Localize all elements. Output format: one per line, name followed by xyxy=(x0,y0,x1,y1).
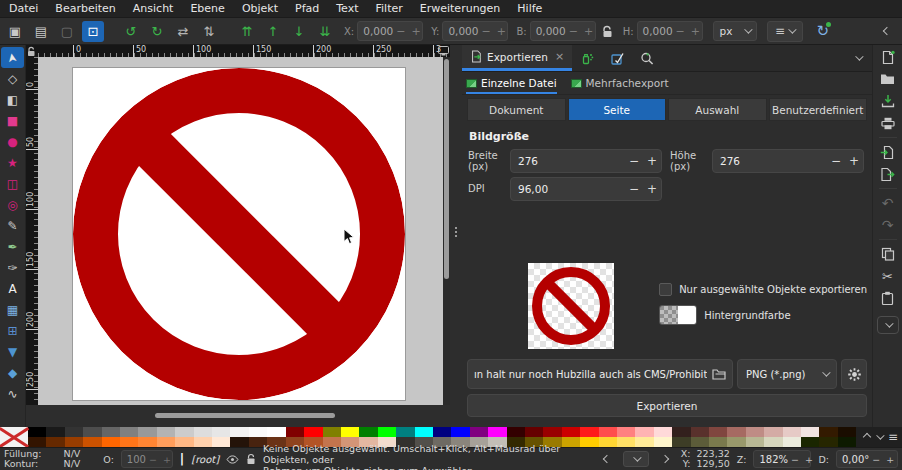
tab-einzelne-datei[interactable]: Einzelne Datei xyxy=(466,72,557,94)
palette-swatch[interactable] xyxy=(672,427,690,437)
palette-swatch[interactable] xyxy=(212,437,230,447)
palette-swatch[interactable] xyxy=(635,427,653,437)
palette-swatch[interactable] xyxy=(120,437,138,447)
select-all-icon[interactable]: ▣ xyxy=(4,21,26,42)
palette-swatch[interactable] xyxy=(709,427,727,437)
layer-visibility-icon[interactable] xyxy=(226,455,239,464)
x-field[interactable]: 0,000 − + xyxy=(357,21,423,41)
menu-ansicht[interactable]: Ansicht xyxy=(133,2,174,15)
rotation-minus-button[interactable]: − xyxy=(869,454,883,465)
palette-swatch[interactable] xyxy=(415,427,433,437)
palette-swatch[interactable] xyxy=(819,427,837,437)
horizontal-scrollbar-thumb[interactable] xyxy=(155,413,335,418)
toolbar-options-button[interactable]: ≡ xyxy=(767,21,803,42)
palette-swatch[interactable] xyxy=(65,427,83,437)
export-button[interactable]: Exportieren xyxy=(467,394,867,417)
menu-hilfe[interactable]: Hilfe xyxy=(517,2,542,15)
format-select[interactable]: PNG (*.png) xyxy=(737,359,837,389)
print-icon[interactable] xyxy=(878,115,898,131)
palette-swatch[interactable] xyxy=(323,427,341,437)
palette-swatch[interactable] xyxy=(525,427,543,437)
opacity-plus-button[interactable]: + xyxy=(160,454,174,465)
export-icon[interactable] xyxy=(878,166,898,182)
deselect-icon[interactable]: ▢ xyxy=(56,21,78,42)
text-tool[interactable]: A xyxy=(1,278,24,299)
palette-swatch[interactable] xyxy=(65,437,83,447)
width-minus-button[interactable]: − xyxy=(625,154,643,168)
tab-mehrfachexport[interactable]: Mehrfachexport xyxy=(571,72,669,94)
palette-swatch[interactable] xyxy=(617,427,635,437)
next-page-button[interactable] xyxy=(656,451,674,467)
vertical-scrollbar[interactable] xyxy=(443,57,450,405)
vertical-scrollbar-thumb[interactable] xyxy=(444,59,449,279)
canvas-viewport[interactable] xyxy=(38,57,443,405)
palette-swatch[interactable] xyxy=(580,437,598,447)
palette-swatch[interactable] xyxy=(194,437,212,447)
tab-exportieren[interactable]: Exportieren × xyxy=(462,45,572,71)
pencil-tool[interactable]: ✎ xyxy=(1,215,24,236)
palette-swatch[interactable] xyxy=(341,427,359,437)
only-selected-checkbox[interactable] xyxy=(659,283,672,296)
palette-swatch[interactable] xyxy=(249,427,267,437)
close-icon[interactable]: × xyxy=(555,50,564,63)
palette-swatch[interactable] xyxy=(654,427,672,437)
fill-stroke-indicator[interactable]: Füllung: N/V Kontur: N/V xyxy=(4,449,80,470)
palette-swatch[interactable] xyxy=(138,437,156,447)
dialog-menu-chevron[interactable] xyxy=(844,45,872,71)
save-document-icon[interactable] xyxy=(878,93,898,109)
ruler-corner[interactable] xyxy=(26,45,38,57)
palette-swatch[interactable] xyxy=(175,427,193,437)
current-layer-label[interactable]: [root] xyxy=(191,454,219,465)
height-plus-button[interactable]: + xyxy=(845,154,863,168)
selection-bbox-toggle-icon[interactable]: ⊡ xyxy=(82,21,104,42)
palette-swatch[interactable] xyxy=(727,437,745,447)
palette-swatch[interactable] xyxy=(28,427,46,437)
mesh-gradient-tool[interactable]: ⊞ xyxy=(1,320,24,341)
rotate-cw-icon[interactable]: ↻ xyxy=(146,21,168,42)
palette-swatch[interactable] xyxy=(396,427,414,437)
display-mode-icon[interactable] xyxy=(438,46,449,56)
cut-icon[interactable]: ✂ xyxy=(878,268,898,284)
rotate-ccw-icon[interactable]: ↺ xyxy=(120,21,142,42)
palette-swatch[interactable] xyxy=(46,427,64,437)
height-field[interactable]: 0,000 − + xyxy=(637,21,703,41)
menu-bearbeiten[interactable]: Bearbeiten xyxy=(55,2,115,15)
palette-swatch[interactable] xyxy=(580,427,598,437)
palette-swatch[interactable] xyxy=(157,437,175,447)
import-icon[interactable] xyxy=(878,144,898,160)
palette-swatch[interactable] xyxy=(175,437,193,447)
rotation-plus-button[interactable]: + xyxy=(883,454,897,465)
menu-text[interactable]: Text xyxy=(336,2,358,15)
width-field[interactable]: 0,000 − + xyxy=(530,21,596,41)
palette-swatch[interactable] xyxy=(617,437,635,447)
collapse-snap-toolbar-button[interactable] xyxy=(876,21,898,42)
palette-swatch[interactable] xyxy=(801,437,819,447)
x-minus-button[interactable]: − xyxy=(393,25,408,38)
palette-swatch[interactable] xyxy=(691,427,709,437)
more-commands-icon[interactable] xyxy=(877,316,899,334)
background-color-swatch[interactable] xyxy=(659,305,697,325)
area-dokument-button[interactable]: Dokument xyxy=(467,98,566,121)
zoom-field[interactable]: 182% − + xyxy=(753,450,811,468)
palette-swatch[interactable] xyxy=(230,427,248,437)
lower-to-bottom-icon[interactable]: ⇊ xyxy=(314,21,336,42)
opacity-minus-button[interactable]: − xyxy=(146,454,160,465)
horizontal-scrollbar[interactable] xyxy=(38,412,443,419)
spiral-tool[interactable]: ◎ xyxy=(1,194,24,215)
palette-swatch[interactable] xyxy=(599,427,617,437)
find-replace-dialog-icon[interactable] xyxy=(632,45,662,71)
width-minus-button[interactable]: − xyxy=(566,25,581,38)
palette-swatch[interactable] xyxy=(783,427,801,437)
palette-swatch[interactable] xyxy=(819,437,837,447)
unit-select[interactable]: px xyxy=(713,21,757,41)
palette-swatch[interactable] xyxy=(709,437,727,447)
paint-bucket-tool[interactable]: ◆ xyxy=(1,362,24,383)
y-minus-button[interactable]: − xyxy=(478,25,493,38)
menu-filter[interactable]: Filter xyxy=(376,2,403,15)
palette-swatch[interactable] xyxy=(102,437,120,447)
palette-swatch[interactable] xyxy=(562,427,580,437)
palette-swatch[interactable] xyxy=(543,427,561,437)
area-benutzerdefiniert-button[interactable]: Benutzerdefiniert xyxy=(769,98,868,121)
palette-swatch[interactable] xyxy=(470,427,488,437)
palette-swatch[interactable] xyxy=(230,437,248,447)
